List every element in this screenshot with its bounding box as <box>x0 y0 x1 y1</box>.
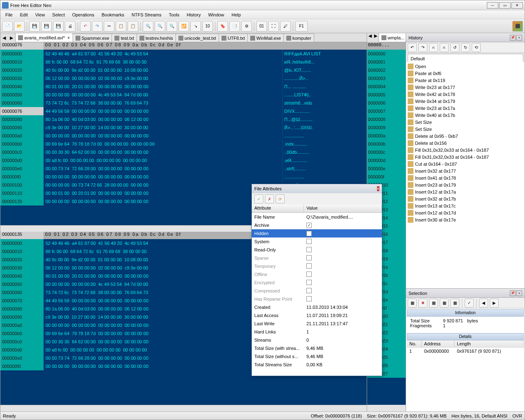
menu-file[interactable]: File <box>2 11 16 18</box>
menu-bookmarks[interactable]: Bookmarks <box>98 11 128 18</box>
menu-edit[interactable]: Edit <box>17 11 31 18</box>
hex-row[interactable]: 0000003006 12 00 00 00 00 00 00 02 00 00… <box>0 74 367 82</box>
file-attr-row[interactable]: Total Size (without s...9,46 MB <box>252 352 382 361</box>
history-item[interactable]: Insert 0x23 at 0x179 <box>407 181 524 188</box>
tab-4[interactable]: unicode_test.txt <box>176 34 219 42</box>
tab-close[interactable]: × <box>67 35 70 40</box>
history-item[interactable]: Insert 0x12 at 0x17a <box>407 188 524 195</box>
history-item[interactable]: Open <box>407 63 524 70</box>
history-item[interactable]: Insert 0x13 at 0x17c <box>407 202 524 209</box>
maximize-button[interactable]: ▭ <box>499 2 511 9</box>
fullscreen-button[interactable]: ⛶ <box>268 21 279 32</box>
find-button[interactable]: 🔍 <box>143 21 153 32</box>
menu-history[interactable]: History <box>183 11 204 18</box>
history-tool-7[interactable]: ⟲ <box>472 43 481 52</box>
close-button[interactable]: ✕ <box>511 2 523 9</box>
file-attr-row[interactable]: Last Access11.07.2011 19:09:21 <box>252 311 382 320</box>
sel-tool-1[interactable]: ▦ <box>408 299 417 308</box>
save-all-button[interactable]: 💾 <box>53 21 64 32</box>
redo-button[interactable]: ↷ <box>92 21 103 32</box>
checkbox[interactable] <box>306 255 312 260</box>
selection-pin-button[interactable]: 📌 <box>510 290 516 296</box>
history-tool-5[interactable]: ↺ <box>450 43 459 52</box>
history-item[interactable]: Write 0x42 at 0x178 <box>407 91 524 98</box>
file-attr-row[interactable]: Streams0 <box>252 336 382 344</box>
hex-row[interactable]: 000000b000 69 6e 64 78 78 18 7d 00 00 00… <box>0 140 367 148</box>
replace-button[interactable]: 🔁 <box>178 21 189 32</box>
history-item[interactable]: Write 0x23 at 0x177 <box>407 84 524 91</box>
history-item[interactable]: Write 0x23 at 0x17a <box>407 105 524 112</box>
file-attr-row[interactable]: Offline <box>252 270 382 278</box>
find-next-button[interactable]: 🔍 <box>155 21 165 32</box>
history-item[interactable]: Paste at 0x119 <box>407 77 524 84</box>
file-attr-row[interactable]: Hidden✓ <box>252 229 382 237</box>
tab-scroll-left[interactable]: ◀ <box>0 33 8 42</box>
tab-2[interactable]: test.txt <box>112 34 137 42</box>
menu-view[interactable]: View <box>32 11 48 18</box>
highlight-button[interactable]: 🖊 <box>280 21 291 32</box>
file-attr-row[interactable]: Hard Links1 <box>252 328 382 336</box>
sel-tool-8[interactable]: ▶ <box>490 299 499 308</box>
file-attr-close[interactable]: × <box>377 186 379 191</box>
hex-row[interactable]: 0000004080 01 00 00 20 01 00 00 00 00 00… <box>0 82 367 91</box>
history-item[interactable]: Cut at 0x164 - 0x187 <box>407 160 524 167</box>
open-file-button[interactable]: 📂 <box>14 21 25 32</box>
menu-help[interactable]: Help <box>228 11 244 18</box>
menu-operations[interactable]: Operations <box>69 11 98 18</box>
tab-6[interactable]: WinMail.exe <box>247 34 284 42</box>
hscroll-secondary[interactable] <box>367 405 406 411</box>
history-item[interactable]: Insert 0x32 at 0x177 <box>407 167 524 174</box>
sel-tool-6[interactable]: ✓ <box>465 299 474 308</box>
tab-scroll-right[interactable]: ▶ <box>8 33 15 42</box>
fa-col-val[interactable]: Value <box>304 205 382 212</box>
hex-row[interactable]: 000000d000 a8 fc 00 00 00 00 00 00 00 00… <box>0 156 367 164</box>
history-item[interactable]: Insert 0x30 at 0x17e <box>407 216 524 223</box>
hex-row[interactable]: 0000002040 9c 00 00 9e d2 00 00 01 00 00… <box>0 66 367 74</box>
tab-3[interactable]: testrev.hexhis <box>137 34 176 42</box>
menu-ntfs-streams[interactable]: NTFS Streams <box>128 11 165 18</box>
sel-tool-4[interactable]: ▦ <box>440 299 449 308</box>
find-prev-button[interactable]: 🔍 <box>167 21 177 32</box>
file-attr-row[interactable]: Temporary <box>252 262 382 270</box>
history-item[interactable]: Fill 0x31,0x32,0x33 at 0x164 - 0x187 <box>407 146 524 153</box>
goto-address-button[interactable]: 📑 <box>229 21 240 32</box>
save-button[interactable]: 💾 <box>29 21 40 32</box>
fa-col-attr[interactable]: Attribute <box>252 205 304 212</box>
file-attr-row[interactable]: Encrypted <box>252 278 382 287</box>
tab-1[interactable]: Spammer.exe <box>73 34 112 42</box>
hex-row[interactable]: 000000a000 00 00 00 00 00 00 00 00 00 00… <box>0 132 367 140</box>
undo-button[interactable]: ↶ <box>80 21 91 32</box>
tab2-scroll-right[interactable]: ▶ <box>373 33 379 42</box>
cut-button[interactable]: ✂ <box>104 21 114 32</box>
hex-row[interactable]: 000000f000 00 00 00 00 00 00 00 00 00 00… <box>0 173 367 181</box>
tab-5[interactable]: UTF8.txt <box>219 34 248 42</box>
file-attr-row[interactable]: Last Write21.11.2011 13:17:47 <box>252 320 382 328</box>
hscroll-bottom[interactable] <box>0 405 367 411</box>
hex-row[interactable]: 0000005000 00 00 00 00 00 00 00 4c 49 53… <box>0 91 367 99</box>
hex-row[interactable]: 0000007644 49 56 58 00 00 00 00 00 00 00… <box>0 107 367 115</box>
file-attr-row[interactable]: Sparse <box>252 254 382 262</box>
checkbox[interactable] <box>306 272 312 277</box>
hex-row[interactable]: 000000c000 00 30 30 64 62 00 00 00 00 00… <box>0 148 367 156</box>
checkbox[interactable] <box>306 239 312 244</box>
history-item[interactable]: Delete at 0x95 - 0xb7 <box>407 132 524 139</box>
file-attr-refresh[interactable]: ⟳ <box>276 194 285 203</box>
history-default-tab[interactable]: Default <box>408 54 523 63</box>
hex-row[interactable]: 0000001088 fc 00 00 68 64 72 6c 61 76 69… <box>0 58 367 66</box>
menu-tools[interactable]: Tools <box>166 11 183 18</box>
checkbox[interactable] <box>306 296 312 301</box>
history-pin-button[interactable]: 📌 <box>510 35 516 41</box>
sel-tool-2[interactable]: ✖ <box>418 299 427 308</box>
file-attr-row[interactable]: Total Streams Size0,00 KB <box>252 361 382 369</box>
copy-button[interactable]: 📋 <box>116 21 126 32</box>
history-close-button[interactable]: × <box>516 35 522 41</box>
checkbox[interactable]: ✓ <box>306 223 312 228</box>
history-tool-3[interactable]: ⎌ <box>429 43 438 52</box>
settings-button[interactable]: ⚙ <box>241 21 252 32</box>
history-list[interactable]: OpenPaste at 0xf6Paste at 0x119Write 0x2… <box>406 62 525 288</box>
history-tool-2[interactable]: ↷ <box>418 43 427 52</box>
history-item[interactable]: Paste at 0xf6 <box>407 70 524 77</box>
save-as-button[interactable]: 💾 <box>41 21 52 32</box>
selection-close-button[interactable]: × <box>516 290 522 296</box>
sel-tool-3[interactable]: ▦ <box>429 299 438 308</box>
